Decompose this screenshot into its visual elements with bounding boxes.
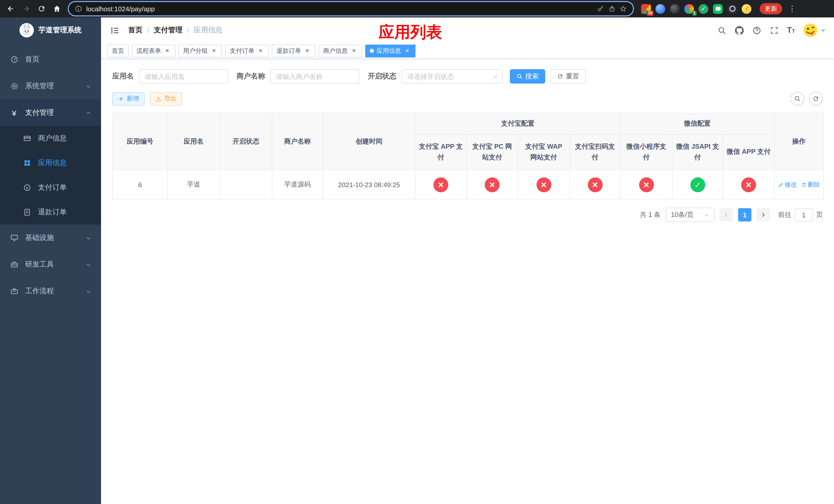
cell-alipay-app — [415, 170, 466, 199]
fullscreen-icon[interactable] — [769, 25, 779, 35]
sidebar-item-home[interactable]: 首页 — [0, 46, 101, 73]
github-icon[interactable] — [734, 25, 744, 35]
tab-app-info[interactable]: 应用信息× — [365, 44, 415, 57]
prev-page-button[interactable] — [720, 208, 733, 222]
export-button[interactable]: 导出 — [150, 92, 182, 105]
extension-icon-wechat[interactable] — [713, 4, 723, 14]
help-icon[interactable] — [752, 25, 762, 35]
tab-refund-orders[interactable]: 退款订单× — [272, 44, 315, 57]
font-size-icon[interactable] — [787, 26, 795, 35]
edit-link[interactable]: 修改 — [778, 180, 797, 189]
add-button-label: 新增 — [127, 94, 139, 103]
sidebar-item-workflow[interactable]: 工作流程 — [0, 278, 101, 304]
reset-button[interactable]: 重置 — [550, 69, 586, 84]
sidebar-item-merchant-info[interactable]: 商户信息 — [0, 126, 101, 151]
tab-process-form[interactable]: 流程表单× — [132, 44, 175, 57]
active-tab-dot — [370, 49, 374, 53]
url-text[interactable]: localhost:1024/pay/app — [86, 5, 593, 13]
monitor-icon — [10, 233, 19, 242]
browser-home-button[interactable] — [50, 2, 64, 15]
reset-button-label: 重置 — [566, 72, 579, 81]
share-icon[interactable] — [608, 5, 615, 12]
yen-icon: ¥ — [10, 109, 19, 117]
site-info-icon[interactable] — [75, 5, 82, 12]
page-content: 应用名 商户名称 开启状态 搜索 重置 — [101, 59, 834, 222]
merchant-name-input[interactable] — [270, 69, 359, 84]
sidebar-item-app-info[interactable]: 应用信息 — [0, 151, 101, 175]
breadcrumb-payment[interactable]: 支付管理 — [154, 26, 182, 35]
page-number-button[interactable]: 1 — [738, 208, 751, 222]
extension-icon-dark[interactable] — [727, 4, 737, 14]
app-name-input[interactable] — [139, 69, 228, 84]
tab-merchant-info[interactable]: 商户信息× — [319, 44, 362, 57]
search-icon[interactable] — [717, 25, 727, 35]
extension-icon-emoji[interactable] — [742, 4, 751, 14]
cell-wx-lite — [620, 170, 672, 199]
breadcrumb: 首页 / 支付管理 / 应用信息 — [128, 26, 223, 35]
goto-page-input[interactable] — [794, 208, 813, 222]
user-menu[interactable] — [803, 23, 826, 38]
app-logo[interactable]: 芋道管理系统 — [0, 18, 101, 43]
cell-alipay-wap — [518, 170, 570, 199]
cell-wx-app — [723, 170, 774, 199]
address-bar[interactable]: localhost:1024/pay/app — [69, 2, 633, 15]
delete-link[interactable]: 删除 — [801, 180, 820, 189]
tab-payment-orders[interactable]: 支付订单× — [225, 44, 269, 57]
tab-close-icon[interactable]: × — [163, 47, 171, 54]
status-select[interactable] — [402, 69, 503, 84]
sidebar-toggle-icon[interactable] — [109, 25, 120, 36]
extension-icon-grid[interactable]: 10 — [641, 4, 651, 14]
add-button[interactable]: 新增 — [112, 92, 145, 105]
browser-reload-button[interactable] — [35, 2, 48, 15]
extension-icon-blue[interactable] — [656, 4, 665, 14]
sidebar-item-dev-tools[interactable]: 研发工具 — [0, 251, 101, 278]
refresh-button[interactable] — [809, 92, 823, 106]
breadcrumb-separator: / — [187, 26, 189, 35]
cell-merchant-name: 芋道源码 — [272, 170, 323, 199]
table-row: 6 芋道 芋道源码 2021-10-23 08:49:25 修改删 — [113, 170, 824, 199]
sidebar-item-payment[interactable]: ¥ 支付管理 — [0, 99, 101, 126]
page-size-select[interactable]: 10条/页 — [666, 208, 715, 222]
tab-close-icon[interactable]: × — [350, 47, 357, 54]
col-alipay-qr: 支付宝扫码支付 — [570, 134, 620, 170]
app-table: 应用编号 应用名 开启状态 商户名称 创建时间 支付宝配置 微信配置 操作 支付… — [112, 113, 824, 200]
tab-label: 首页 — [112, 46, 124, 55]
sidebar-item-label: 基础设施 — [25, 233, 54, 243]
sidebar-item-label: 支付订单 — [38, 183, 67, 192]
sidebar-item-payment-orders[interactable]: 支付订单 — [0, 175, 101, 200]
sidebar-item-label: 商户信息 — [38, 134, 67, 143]
cell-app-name: 芋道 — [168, 170, 220, 199]
payment-status-icon — [485, 177, 500, 192]
tab-close-icon[interactable]: × — [210, 47, 218, 54]
logo-rabbit-icon — [20, 23, 34, 38]
breadcrumb-home[interactable]: 首页 — [128, 26, 142, 35]
goto-label: 前往 — [778, 210, 791, 220]
tab-user-group[interactable]: 用户分组× — [178, 44, 222, 57]
cell-actions: 修改删除 — [774, 170, 824, 199]
browser-update-button[interactable]: 更新 — [760, 3, 782, 14]
password-key-icon[interactable] — [597, 5, 604, 12]
sidebar-item-infrastructure[interactable]: 基础设施 — [0, 225, 101, 251]
browser-menu-icon[interactable]: ⋮ — [788, 4, 796, 13]
sidebar-item-system[interactable]: 系统管理 — [0, 73, 101, 99]
chevron-down-icon — [86, 289, 91, 294]
tab-home[interactable]: 首页 — [107, 44, 129, 57]
filter-form: 应用名 商户名称 开启状态 搜索 重置 — [112, 69, 823, 84]
search-button[interactable]: 搜索 — [510, 69, 545, 84]
browser-forward-button[interactable] — [20, 2, 33, 15]
extension-icon-green-check[interactable] — [699, 4, 708, 14]
browser-back-button[interactable] — [4, 2, 18, 15]
extension-icon-dark-sphere[interactable] — [670, 4, 680, 14]
status-select-input[interactable] — [402, 69, 503, 84]
tab-close-icon[interactable]: × — [404, 47, 411, 54]
bookmark-star-icon[interactable] — [620, 5, 627, 12]
tab-close-icon[interactable]: × — [304, 47, 311, 54]
hide-search-button[interactable] — [790, 92, 804, 106]
tab-close-icon[interactable]: × — [257, 47, 264, 54]
cell-app-id: 6 — [113, 170, 168, 199]
col-create-time: 创建时间 — [323, 113, 415, 170]
table-tools — [790, 92, 823, 106]
sidebar-item-refund-orders[interactable]: 退款订单 — [0, 200, 101, 225]
next-page-button[interactable] — [756, 208, 770, 222]
extension-icon-colorwheel[interactable]: 1 — [684, 4, 694, 14]
